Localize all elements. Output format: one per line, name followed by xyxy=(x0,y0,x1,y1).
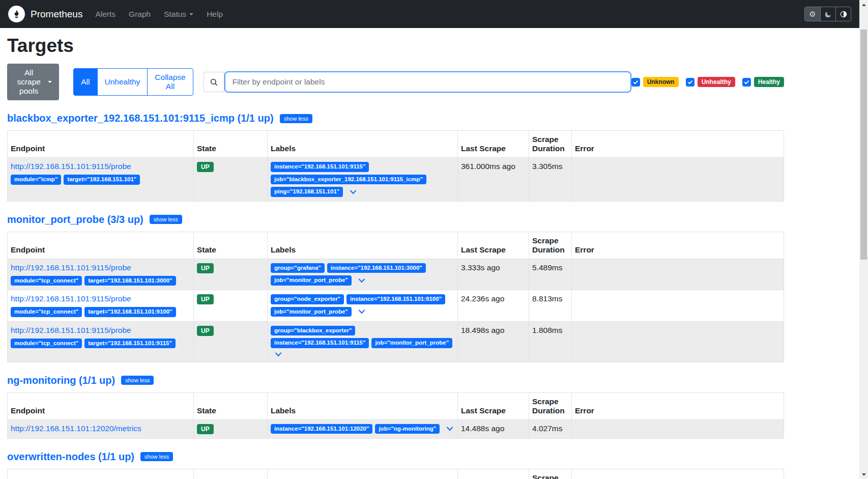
column-header: Labels xyxy=(268,469,458,479)
show-less-button[interactable]: show less xyxy=(121,376,154,385)
filter-all-button[interactable]: All xyxy=(73,68,97,96)
chevron-down-icon[interactable] xyxy=(358,308,365,315)
target-pool-section: overwritten-nodes (1/1 up) show less End… xyxy=(7,451,784,479)
table-row: http://192.168.151.101:12020/metrics UP … xyxy=(8,419,784,438)
page-title: Targets xyxy=(7,35,784,57)
state-badge: UP xyxy=(197,424,214,434)
endpoint-label-badge: target="192.168.151.101" xyxy=(64,175,140,185)
search-group xyxy=(204,71,631,93)
brand-label: Prometheus xyxy=(31,9,82,20)
state-filters: Unknown Unhealthy Healthy xyxy=(631,77,784,87)
main-content: Targets All scrape pools All Unhealthy C… xyxy=(7,35,784,479)
chevron-down-icon[interactable] xyxy=(350,188,357,195)
column-header: Error xyxy=(572,131,784,158)
toolbar: All scrape pools All Unhealthy Collapse … xyxy=(7,64,784,100)
state-cell: UP xyxy=(194,290,268,322)
targets-table: EndpointStateLabelsLast ScrapeScrape Dur… xyxy=(7,392,784,439)
dark-mode-moon-icon[interactable] xyxy=(820,7,835,21)
caret-down-icon xyxy=(48,81,52,85)
target-labels: instance="192.168.151.101:12020"job="ng-… xyxy=(271,424,454,434)
brand[interactable]: Prometheus xyxy=(8,6,82,22)
column-header: Scrape Duration xyxy=(529,131,572,158)
nav-item-status[interactable]: Status xyxy=(157,6,200,23)
table-row: http://192.168.151.101:9115/probe module… xyxy=(8,158,784,202)
show-less-button[interactable]: show less xyxy=(150,215,182,224)
theme-contrast-icon[interactable] xyxy=(835,7,851,21)
nav-item-graph[interactable]: Graph xyxy=(122,6,157,23)
search-icon xyxy=(204,72,224,92)
state-cell: UP xyxy=(194,158,268,202)
nav-item-alerts[interactable]: Alerts xyxy=(89,6,122,23)
nav-item-help[interactable]: Help xyxy=(200,6,229,23)
filter-unhealthy-button[interactable]: Unhealthy xyxy=(97,68,148,96)
show-less-button[interactable]: show less xyxy=(140,452,173,461)
checkbox-checked-icon xyxy=(686,78,695,87)
scrollbar-up-arrow[interactable] xyxy=(859,0,868,9)
section-title: overwritten-nodes (1/1 up) xyxy=(7,451,134,463)
last-scrape-cell: 14.488s ago xyxy=(458,419,529,438)
targets-table: EndpointStateLabelsLast ScrapeScrape Dur… xyxy=(7,232,784,362)
scrape-duration-cell: 8.813ms xyxy=(529,290,572,322)
column-header: Endpoint xyxy=(8,131,194,158)
navbar-icon-group: ⚙ xyxy=(804,7,851,21)
endpoint-cell: http://192.168.151.101:9115/probe module… xyxy=(8,321,194,362)
table-header-row: EndpointStateLabelsLast ScrapeScrape Dur… xyxy=(8,131,784,158)
last-scrape-cell: 24.236s ago xyxy=(458,290,529,322)
nav-links: Alerts Graph Status Help xyxy=(89,6,229,23)
column-header: Endpoint xyxy=(8,232,194,259)
endpoint-link[interactable]: http://192.168.151.101:9115/probe xyxy=(11,162,131,171)
scrape-duration-cell: 3.305ms xyxy=(529,158,572,202)
endpoint-link[interactable]: http://192.168.151.101:9115/probe xyxy=(11,294,131,303)
column-header: Scrape Duration xyxy=(529,392,572,419)
endpoint-link[interactable]: http://192.168.151.101:9115/probe xyxy=(11,263,131,272)
caret-down-icon xyxy=(189,13,193,17)
chevron-down-icon[interactable] xyxy=(358,277,365,284)
unknown-filter-checkbox[interactable]: Unknown xyxy=(631,77,679,87)
unknown-state-badge: Unknown xyxy=(643,77,679,87)
column-header: Labels xyxy=(268,131,458,158)
endpoint-link[interactable]: http://192.168.151.101:12020/metrics xyxy=(11,424,141,433)
column-header: Last Scrape xyxy=(458,392,529,419)
endpoint-label-badge: target="192.168.151.101:9100" xyxy=(84,307,176,317)
chevron-down-icon[interactable] xyxy=(446,425,453,432)
state-badge: UP xyxy=(197,294,214,304)
state-cell: UP xyxy=(194,321,268,362)
endpoint-link[interactable]: http://192.168.151.101:9115/probe xyxy=(11,326,131,334)
search-input[interactable] xyxy=(224,71,631,93)
target-pool-section: blackbox_exporter_192.168.151.101:9115_i… xyxy=(7,112,784,202)
collapse-all-button[interactable]: Collapse All xyxy=(147,68,193,96)
unhealthy-filter-checkbox[interactable]: Unhealthy xyxy=(686,77,735,87)
endpoint-labels: module="tcp_connect"target="192.168.151.… xyxy=(11,276,190,286)
healthy-filter-checkbox[interactable]: Healthy xyxy=(742,77,784,87)
scrollbar-down-arrow[interactable] xyxy=(859,470,868,479)
table-row: http://192.168.151.101:9115/probe module… xyxy=(8,321,784,362)
column-header: Labels xyxy=(268,392,458,419)
endpoint-label-badge: target="192.168.151.101:9115" xyxy=(84,339,176,349)
column-header: Error xyxy=(572,392,784,419)
table-row: http://192.168.151.101:9115/probe module… xyxy=(8,290,784,322)
show-less-button[interactable]: show less xyxy=(280,114,312,123)
last-scrape-cell: 361.000ms ago xyxy=(458,158,529,202)
state-badge: UP xyxy=(197,162,214,172)
chevron-down-icon[interactable] xyxy=(275,351,282,358)
column-header: Last Scrape xyxy=(458,469,529,479)
scrollbar-track xyxy=(859,0,868,479)
section-title: monitor_port_probe (3/3 up) xyxy=(7,214,143,226)
scrape-pools-dropdown[interactable]: All scrape pools xyxy=(7,64,59,100)
endpoint-cell: http://192.168.151.101:12020/metrics xyxy=(8,419,194,438)
column-header: Last Scrape xyxy=(458,131,529,158)
labels-cell: group="node_exporter"instance="192.168.1… xyxy=(268,290,458,322)
label-badge: instance="192.168.151.101:9115" xyxy=(271,338,369,348)
label-badge: job="blackbox_exporter_192.168.151.101:9… xyxy=(271,175,426,185)
label-badge: group="blackbox_exporter" xyxy=(271,326,355,336)
column-header: Scrape Duration xyxy=(529,232,572,259)
endpoint-labels: module="tcp_connect"target="192.168.151.… xyxy=(11,307,190,317)
column-header: State xyxy=(194,131,268,158)
table-header-row: EndpointStateLabelsLast ScrapeScrape Dur… xyxy=(8,392,784,419)
labels-cell: instance="192.168.151.101:9115"job="blac… xyxy=(268,158,458,202)
labels-cell: group="blackbox_exporter"instance="192.1… xyxy=(268,321,458,362)
filter-button-group: All Unhealthy Collapse All xyxy=(73,68,193,96)
scrollbar-thumb[interactable] xyxy=(860,30,867,260)
last-scrape-cell: 18.498s ago xyxy=(458,321,529,362)
settings-gear-icon[interactable]: ⚙ xyxy=(805,7,820,21)
